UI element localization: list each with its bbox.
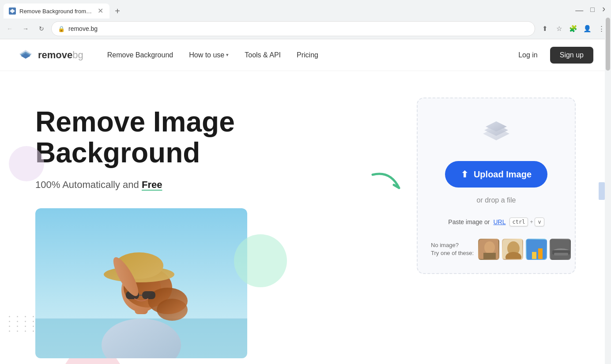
window-restore-btn[interactable]: □ — [590, 6, 595, 14]
browser-chrome: Remove Background from Image ✕ + — □ ✕ ←… — [0, 0, 611, 39]
logo[interactable]: removebg — [18, 49, 83, 61]
plus-separator: + — [530, 219, 533, 225]
address-bar-row: ← → ↻ 🔒 remove.bg ⬆ ☆ 🧩 👤 ⋮ — [0, 19, 611, 39]
sample-thumb-4[interactable] — [550, 239, 571, 260]
how-to-use-dropdown-icon: ▾ — [226, 52, 229, 58]
ctrl-key: ctrl — [509, 218, 528, 226]
sample-thumbs — [478, 239, 571, 260]
v-key: v — [535, 218, 544, 226]
tab-close-btn[interactable]: ✕ — [96, 7, 104, 15]
curved-arrow-icon — [368, 168, 412, 203]
sample-thumb-3[interactable] — [526, 239, 547, 260]
svg-rect-25 — [483, 253, 496, 260]
sample-image — [35, 208, 247, 358]
active-tab[interactable]: Remove Background from Image ✕ — [4, 4, 109, 19]
signup-button[interactable]: Sign up — [550, 47, 593, 64]
sample-thumb-2[interactable] — [502, 239, 523, 260]
blob-teal-decoration — [234, 234, 287, 287]
extensions-btn[interactable]: 🧩 — [567, 23, 579, 35]
url-link[interactable]: URL — [494, 218, 506, 225]
login-button[interactable]: Log in — [511, 48, 545, 63]
bookmark-btn[interactable]: ☆ — [553, 23, 565, 35]
svg-rect-35 — [554, 253, 568, 255]
drop-file-text: or drop a file — [477, 196, 516, 204]
back-button[interactable]: ← — [4, 23, 16, 35]
nav-actions: Log in Sign up — [511, 47, 593, 64]
hero-section: Remove Image Background 100% Automatical… — [0, 71, 611, 364]
hero-right: ⬆ Upload Image or drop a file Paste imag… — [417, 98, 576, 274]
nav-links: Remove Background How to use ▾ Tools & A… — [101, 48, 511, 63]
logo-icon — [18, 49, 34, 61]
lock-icon: 🔒 — [58, 26, 65, 32]
forward-button[interactable]: → — [19, 23, 32, 35]
blob-purple-decoration — [9, 146, 44, 181]
svg-rect-30 — [532, 252, 536, 260]
tab-title: Remove Background from Image — [19, 8, 93, 15]
navbar: removebg Remove Background How to use ▾ … — [0, 39, 611, 71]
sample-thumb-1[interactable] — [478, 239, 499, 260]
svg-rect-17 — [142, 291, 155, 299]
website: removebg Remove Background How to use ▾ … — [0, 39, 611, 364]
hero-left: Remove Image Background 100% Automatical… — [35, 98, 364, 358]
share-btn[interactable]: ⬆ — [539, 23, 551, 35]
hero-title: Remove Image Background — [35, 106, 364, 169]
sample-image-container — [35, 208, 247, 358]
window-minimize-btn[interactable]: — — [575, 6, 583, 14]
svg-point-13 — [157, 299, 188, 321]
reload-button[interactable]: ↻ — [35, 23, 48, 35]
hero-subtitle: 100% Automatically and Free — [35, 179, 364, 191]
address-bar[interactable]: 🔒 remove.bg — [51, 21, 535, 36]
window-controls: — □ ✕ — [575, 6, 607, 16]
new-tab-button[interactable]: + — [111, 5, 124, 17]
upload-card: ⬆ Upload Image or drop a file Paste imag… — [417, 98, 576, 274]
arrow-container — [364, 98, 417, 203]
url-text: remove.bg — [68, 25, 528, 32]
browser-actions: ⬆ ☆ 🧩 👤 ⋮ — [539, 23, 607, 35]
upload-image-button[interactable]: ⬆ Upload Image — [445, 161, 547, 188]
scrollbar-track — [605, 0, 611, 364]
right-edge-hint — [599, 182, 605, 200]
profile-btn[interactable]: 👤 — [581, 23, 593, 35]
svg-rect-29 — [527, 240, 547, 260]
tab-favicon — [9, 8, 16, 15]
paste-row: Paste image or URL ctrl + v — [448, 218, 544, 226]
tab-bar: Remove Background from Image ✕ + — □ ✕ — [0, 0, 611, 19]
sample-images-row: No image? Try one of these: — [431, 239, 562, 260]
upload-arrow-icon: ⬆ — [461, 169, 468, 180]
nav-tools-api[interactable]: Tools & API — [238, 48, 287, 63]
no-image-text: No image? Try one of these: — [431, 241, 474, 257]
nav-how-to-use[interactable]: How to use ▾ — [183, 48, 235, 63]
upload-layers-icon — [479, 116, 514, 149]
keyboard-shortcut: ctrl + v — [509, 218, 544, 226]
nav-pricing[interactable]: Pricing — [290, 48, 324, 63]
nav-remove-background[interactable]: Remove Background — [101, 48, 179, 63]
logo-text: removebg — [38, 49, 83, 61]
svg-rect-31 — [538, 248, 543, 260]
svg-point-24 — [484, 241, 495, 254]
scrollbar-thumb[interactable] — [606, 18, 610, 71]
